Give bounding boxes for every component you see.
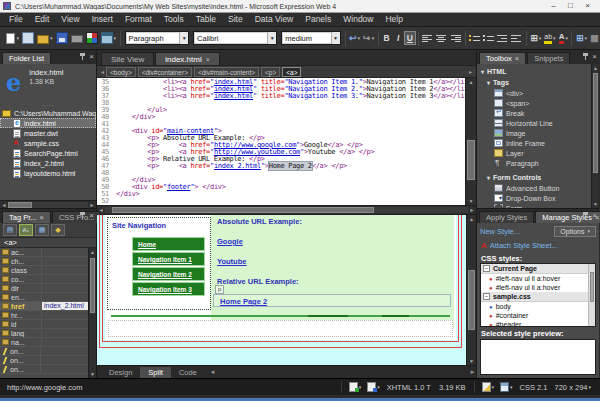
close-icon[interactable]: × <box>89 53 94 61</box>
decrease-indent-button[interactable] <box>496 30 509 47</box>
menu-format[interactable]: Format <box>119 13 158 26</box>
toolbox-paragraph[interactable]: Paragraph <box>477 158 591 168</box>
menu-table[interactable]: Table <box>190 13 222 26</box>
tag-properties-vscrollbar[interactable]: ▲ ▼ <box>88 248 96 378</box>
design-nav-navigation-item-3[interactable]: Navigation Item 3 <box>132 282 205 296</box>
align-right-button[interactable] <box>449 30 462 47</box>
summary-button[interactable]: ◆ <box>51 224 65 236</box>
table-options-button[interactable]: ▦ <box>589 30 600 47</box>
attach-style-sheet-link[interactable]: Attach Style Sheet... <box>490 241 558 250</box>
tab-tag-properties[interactable]: Tag Pr...× <box>2 211 51 223</box>
property-row-hr[interactable]: hr... <box>0 311 88 320</box>
breadcrumb-chip-a[interactable]: <a> <box>282 67 301 77</box>
toolbox-form[interactable]: Form <box>477 203 591 208</box>
menu-edit[interactable]: Edit <box>29 13 56 26</box>
scroll-up-icon[interactable]: ▲ <box>466 78 476 86</box>
toolbox-advanced-button[interactable]: Advanced Button <box>477 183 591 193</box>
selected-paragraph-box[interactable]: Home Page 2 <box>213 294 451 307</box>
css-schema-indicator[interactable]: CSS 2.1 <box>520 383 548 392</box>
left-nav-block[interactable]: Site Navigation HomeNavigation Item 1Nav… <box>107 217 211 310</box>
options-button[interactable]: Options▾ <box>554 226 596 237</box>
close-icon[interactable]: × <box>40 213 44 222</box>
toolbox-tags[interactable]: ▾Tags <box>477 77 591 88</box>
font-size-dropdown[interactable]: medium▼ <box>281 31 340 45</box>
breadcrumb-scroll-right-icon[interactable]: ▸ <box>467 68 474 75</box>
site-root-folder[interactable]: C:\Users\Muhammad.Waqas\Do <box>0 108 96 118</box>
editing-mode-toggle[interactable]: ▾ <box>482 382 495 392</box>
pin-icon[interactable] <box>582 52 589 61</box>
print-button[interactable] <box>70 30 84 47</box>
close-icon[interactable]: × <box>89 212 94 220</box>
style-rule-header[interactable]: ●#header <box>481 320 595 327</box>
tab-index-html[interactable]: index.html× <box>155 52 220 65</box>
visual-aids-toggle[interactable]: ▾ <box>349 382 362 392</box>
categorized-view-button[interactable]: ▤ <box>3 224 17 236</box>
property-row-co[interactable]: co... <box>0 275 88 284</box>
scroll-down-icon[interactable]: ▼ <box>89 370 96 378</box>
toolbox-break[interactable]: Break <box>477 108 591 118</box>
set-properties-button[interactable]: ▦ <box>35 224 49 236</box>
scroll-up-icon[interactable]: ▲ <box>89 248 96 256</box>
breadcrumb-chip-div-main-content[interactable]: <div#main-content> <box>194 67 259 77</box>
scroll-right-icon[interactable]: ► <box>468 207 476 213</box>
property-row-href[interactable]: hrefindex_2.html <box>0 302 88 311</box>
toolbox-html[interactable]: ▾HTML <box>477 66 591 77</box>
paragraph-style-dropdown[interactable]: Paragraph▼ <box>125 31 190 45</box>
style-rule-body[interactable]: ●body <box>481 302 595 311</box>
scroll-right-icon[interactable]: ► <box>469 369 476 375</box>
property-row-id[interactable]: id <box>0 320 88 329</box>
scroll-down-icon[interactable]: ▼ <box>592 200 599 208</box>
bullet-list-button[interactable] <box>482 30 495 47</box>
menu-help[interactable]: Help <box>379 13 408 26</box>
bold-button[interactable]: B <box>381 31 393 45</box>
menu-data-view[interactable]: Data View <box>249 13 300 26</box>
redo-button[interactable]: ↪▾ <box>362 30 375 47</box>
design-nav-navigation-item-2[interactable]: Navigation Item 2 <box>132 267 205 281</box>
close-icon[interactable]: × <box>206 56 210 63</box>
save-button[interactable] <box>55 30 69 47</box>
italic-button[interactable]: I <box>392 31 404 45</box>
scroll-right-icon[interactable]: ► <box>88 202 96 208</box>
design-nav-navigation-item-1[interactable]: Navigation Item 1 <box>132 252 205 266</box>
font-color-button[interactable]: A▾ <box>558 30 569 47</box>
toolbox-inline-frame[interactable]: Inline Frame <box>477 138 591 148</box>
property-row-on[interactable]: on... <box>0 365 88 374</box>
tab-folder-list[interactable]: Folder List <box>2 52 51 64</box>
page-size-selector[interactable]: 720 x 294▾ <box>555 383 591 392</box>
view-tab-design[interactable]: Design <box>101 367 140 378</box>
property-row-ch[interactable]: ch... <box>0 257 88 266</box>
toolbox-vscrollbar[interactable]: ▲ ▼ <box>591 64 599 208</box>
footer-block[interactable] <box>108 320 453 337</box>
scroll-down-icon[interactable]: ▼ <box>466 197 476 205</box>
style-group-current-page[interactable]: −Current Page <box>481 264 595 274</box>
maximize-button[interactable]: □ <box>562 0 579 12</box>
style-rule-left-nav-ul-li-a-hover[interactable]: ●#left-nav ul li a:hover <box>481 283 595 292</box>
scroll-up-icon[interactable]: ▲ <box>592 64 599 72</box>
property-row-on[interactable]: on... <box>0 356 88 365</box>
file-index-2-html[interactable]: index_2.html <box>0 158 96 168</box>
menu-site[interactable]: Site <box>222 13 249 26</box>
tab-snippets[interactable]: Snippets <box>527 52 570 64</box>
code-vscrollbar[interactable]: ▲ ▼ <box>465 78 476 205</box>
breadcrumb-chip-p[interactable]: <p> <box>261 67 280 77</box>
close-button[interactable]: × <box>579 0 596 12</box>
underline-button[interactable]: U <box>404 31 416 45</box>
pin-icon[interactable] <box>79 211 86 220</box>
toolbox-div[interactable]: <div> <box>477 88 591 98</box>
tab-site-view[interactable]: Site View <box>101 52 154 65</box>
file-layoutdemo-html[interactable]: layoutdemo.html <box>0 168 96 178</box>
open-file-button[interactable]: ▾ <box>36 30 54 47</box>
insert-table-button[interactable]: ⊞▾ <box>575 30 588 47</box>
property-row-dir[interactable]: dir <box>0 284 88 293</box>
view-tab-code[interactable]: Code <box>171 367 205 378</box>
minimize-button[interactable]: – <box>545 0 562 12</box>
pin-icon[interactable] <box>582 211 589 220</box>
toolbox-span[interactable]: <span> <box>477 98 591 108</box>
breadcrumb-scroll-left-icon[interactable]: ◂ <box>99 68 106 75</box>
scroll-left-icon[interactable]: ◄ <box>0 202 8 208</box>
pin-icon[interactable] <box>79 52 86 61</box>
google-link[interactable]: Google <box>217 237 243 246</box>
design-canvas[interactable]: Site Navigation HomeNavigation Item 1Nav… <box>97 215 466 365</box>
style-list-vscrollbar[interactable] <box>588 264 595 326</box>
menu-tools[interactable]: Tools <box>158 13 190 26</box>
